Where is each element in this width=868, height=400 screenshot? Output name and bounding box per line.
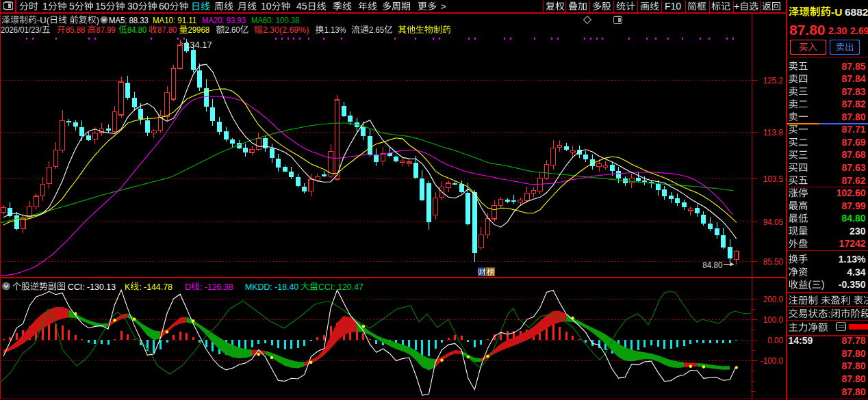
svg-text:MA20: 93.93: MA20: 93.93 <box>202 15 246 25</box>
svg-text:MKDD: -18.40: MKDD: -18.40 <box>245 282 298 292</box>
svg-text:103.5: 103.5 <box>763 174 783 184</box>
svg-text:17242: 17242 <box>839 238 866 249</box>
svg-text:-100.0: -100.0 <box>761 356 783 366</box>
svg-text:87.80: 87.80 <box>789 22 826 38</box>
svg-text:84.80: 84.80 <box>842 213 866 224</box>
svg-text:15: 15 <box>95 1 106 12</box>
svg-text:D: D <box>185 282 191 292</box>
svg-text:125.2: 125.2 <box>763 75 783 85</box>
svg-text:MA5: 88.33: MA5: 88.33 <box>109 15 149 25</box>
svg-text:87.80: 87.80 <box>842 111 866 122</box>
svg-text:2.69%: 2.69% <box>850 25 868 36</box>
svg-text:60: 60 <box>159 1 170 12</box>
svg-text:230: 230 <box>850 226 866 237</box>
svg-text:102.60: 102.60 <box>837 187 866 198</box>
svg-text:87.85: 87.85 <box>842 61 866 72</box>
svg-text:1: 1 <box>42 1 48 12</box>
svg-text:94.05: 94.05 <box>763 217 783 227</box>
svg-text:84.80: 84.80 <box>127 25 146 35</box>
svg-text:85.50: 85.50 <box>763 256 783 267</box>
svg-text:87.62: 87.62 <box>842 175 866 186</box>
svg-text:): ) <box>821 279 825 290</box>
svg-text:CCI: 120.47: CCI: 120.47 <box>318 282 363 292</box>
svg-text:CCI: -130.13: CCI: -130.13 <box>68 282 116 292</box>
svg-text:87.80: 87.80 <box>842 373 866 384</box>
svg-text:-U(: -U( <box>37 15 50 25</box>
svg-text:>: > <box>441 1 446 12</box>
svg-text:87.68: 87.68 <box>842 149 866 160</box>
svg-text:10: 10 <box>261 1 272 12</box>
svg-text:200.0: 200.0 <box>763 294 783 304</box>
svg-text:(: ( <box>808 279 812 290</box>
svg-text:87.99: 87.99 <box>842 200 866 211</box>
svg-text:87.80: 87.80 <box>842 360 866 371</box>
svg-text:87.63: 87.63 <box>842 162 866 173</box>
svg-text:85.88: 85.88 <box>66 25 85 35</box>
svg-text:2.60: 2.60 <box>225 25 240 35</box>
svg-text:): ) <box>97 15 99 25</box>
svg-text:134.17: 134.17 <box>185 40 212 50</box>
svg-text:2.65: 2.65 <box>369 25 384 35</box>
svg-text:F10: F10 <box>665 1 681 12</box>
svg-text:87.69: 87.69 <box>842 137 866 148</box>
svg-text:87.82: 87.82 <box>842 98 866 109</box>
svg-text:87.78: 87.78 <box>842 335 866 346</box>
svg-text:87.80: 87.80 <box>842 348 866 359</box>
svg-text:688266: 688266 <box>845 6 868 18</box>
svg-text:: -126.38: : -126.38 <box>200 282 233 292</box>
svg-text:113.8: 113.8 <box>763 127 783 137</box>
svg-text:2.30: 2.30 <box>828 25 847 36</box>
svg-text:K: K <box>125 282 131 292</box>
svg-text:0.00: 0.00 <box>767 335 783 345</box>
svg-text:84.80: 84.80 <box>702 260 722 270</box>
svg-text:MA10: 91.11: MA10: 91.11 <box>153 15 196 25</box>
svg-text:29968: 29968 <box>188 25 210 35</box>
svg-text:1.13%: 1.13% <box>839 254 866 265</box>
svg-text:-0.350: -0.350 <box>839 279 866 290</box>
svg-text:30: 30 <box>127 1 138 12</box>
svg-text::: : <box>828 308 831 319</box>
svg-text:87.80: 87.80 <box>842 386 866 397</box>
svg-text:45: 45 <box>296 1 307 12</box>
svg-text:: -144.78: : -144.78 <box>139 282 173 292</box>
svg-text:14:59: 14:59 <box>789 335 813 346</box>
svg-text:4.34: 4.34 <box>847 267 865 278</box>
svg-text:1.13%: 1.13% <box>324 25 346 35</box>
svg-text:87.83: 87.83 <box>842 86 866 97</box>
svg-text:87.80: 87.80 <box>157 25 177 35</box>
svg-text:100.0: 100.0 <box>763 315 783 325</box>
svg-text:+: + <box>734 1 739 12</box>
svg-text:87.84: 87.84 <box>842 73 866 84</box>
svg-text:87.99: 87.99 <box>97 25 116 35</box>
svg-text:2026/01/23/: 2026/01/23/ <box>1 25 42 35</box>
svg-text:5: 5 <box>69 1 75 12</box>
svg-text:-U: -U <box>831 6 842 18</box>
svg-text:MA60: 100.38: MA60: 100.38 <box>251 15 299 25</box>
svg-text:2.30(2.69%): 2.30(2.69%) <box>263 25 309 35</box>
svg-text:87.71: 87.71 <box>842 124 866 135</box>
